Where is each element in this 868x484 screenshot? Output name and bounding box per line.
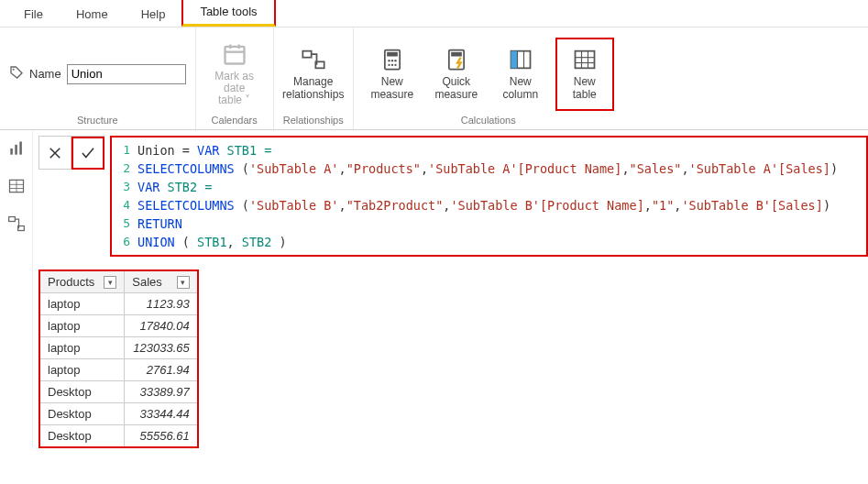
table-row: laptop1123.93 <box>39 293 198 315</box>
manage-relationships-button[interactable]: Manage relationships <box>284 38 343 111</box>
svg-point-10 <box>391 60 393 61</box>
svg-rect-18 <box>511 51 517 69</box>
filter-dropdown-icon[interactable]: ▾ <box>104 276 116 289</box>
svg-rect-1 <box>225 47 244 64</box>
filter-dropdown-icon[interactable]: ▾ <box>177 276 190 289</box>
table-row: laptop123033.65 <box>39 337 198 359</box>
new-column-button[interactable]: New column <box>491 38 550 111</box>
table-row: Desktop33389.97 <box>39 381 198 403</box>
new-measure-button[interactable]: New measure <box>363 38 422 111</box>
group-calendars-label: Calendars <box>212 115 258 127</box>
name-input[interactable] <box>67 64 186 84</box>
name-label: Name <box>29 67 61 81</box>
tab-home[interactable]: Home <box>60 2 125 27</box>
svg-rect-16 <box>451 52 462 57</box>
table-row: laptop2761.94 <box>39 359 198 381</box>
dax-editor[interactable]: 1Union = VAR STB1 = 2SELECTCOLUMNS ('Sub… <box>110 136 868 257</box>
quick-measure-button[interactable]: Quick measure <box>427 38 486 111</box>
commit-formula-button[interactable] <box>71 137 104 170</box>
svg-rect-33 <box>8 217 15 222</box>
table-row: Desktop33344.44 <box>39 403 198 425</box>
svg-point-14 <box>394 64 396 66</box>
tab-tabletools[interactable]: Table tools <box>181 0 275 27</box>
table-row: Desktop55556.61 <box>39 425 198 448</box>
svg-point-0 <box>13 69 15 71</box>
report-view-icon[interactable] <box>7 139 26 160</box>
group-structure-label: Structure <box>77 115 118 127</box>
model-view-icon[interactable] <box>7 214 26 236</box>
data-view-icon[interactable] <box>7 177 26 198</box>
svg-point-12 <box>388 64 390 66</box>
column-header-sales[interactable]: Sales▾ <box>125 270 198 293</box>
svg-rect-28 <box>19 142 22 155</box>
tab-help[interactable]: Help <box>125 2 182 27</box>
svg-point-9 <box>388 60 390 61</box>
svg-point-11 <box>394 60 396 61</box>
column-header-products[interactable]: Products▾ <box>39 270 125 293</box>
svg-rect-21 <box>575 51 594 69</box>
group-relationships-label: Relationships <box>283 115 344 127</box>
new-table-button[interactable]: New table <box>555 38 614 111</box>
svg-point-13 <box>391 64 393 66</box>
group-calculations-label: Calculations <box>461 115 516 127</box>
mark-as-date-button: Mark as date table ˅ <box>205 38 264 111</box>
table-row: laptop17840.04 <box>39 315 198 337</box>
result-table: Products▾ Sales▾ laptop1123.93 laptop178… <box>38 270 199 448</box>
tag-icon <box>9 65 24 82</box>
svg-rect-26 <box>10 148 13 155</box>
tab-file[interactable]: File <box>7 2 60 27</box>
svg-rect-27 <box>15 145 16 155</box>
cancel-formula-button[interactable] <box>38 137 71 170</box>
svg-rect-8 <box>387 52 398 57</box>
svg-rect-5 <box>302 51 311 58</box>
